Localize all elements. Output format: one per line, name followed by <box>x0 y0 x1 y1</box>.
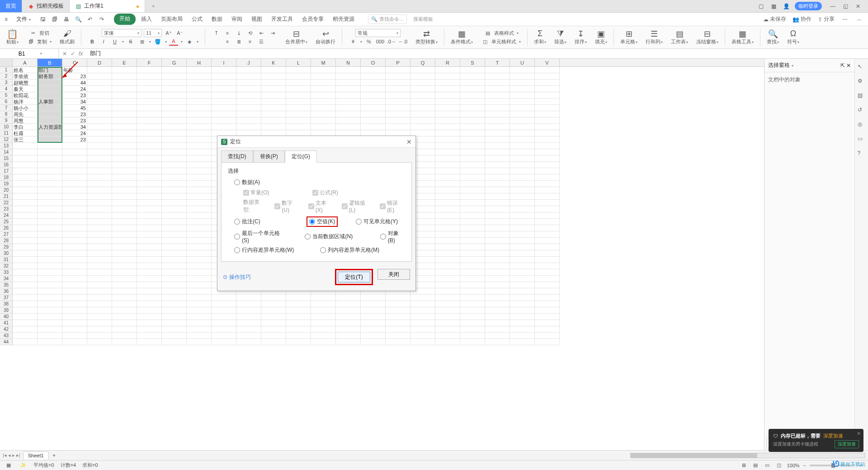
cell-R19[interactable] <box>435 181 460 187</box>
cell-H8[interactable] <box>187 111 212 118</box>
cell-T12[interactable] <box>485 136 510 143</box>
cell-U1[interactable] <box>510 67 535 73</box>
menu-tab-8[interactable]: 会员专享 <box>298 14 327 25</box>
cell-M5[interactable] <box>311 92 336 99</box>
cell-B10[interactable]: 人力资源部 <box>38 124 62 130</box>
cell-S41[interactable] <box>460 320 485 326</box>
cell-B15[interactable] <box>38 155 62 162</box>
cell-U41[interactable] <box>510 320 535 326</box>
cell-D29[interactable] <box>87 244 112 250</box>
cell-F13[interactable] <box>137 143 162 149</box>
cell-H39[interactable] <box>187 307 212 314</box>
cell-K38[interactable] <box>261 301 286 307</box>
dialog-tab-goto[interactable]: 定位(G) <box>285 150 317 163</box>
cell-R26[interactable] <box>435 225 460 231</box>
cell-M4[interactable] <box>311 86 336 92</box>
status-ai-icon[interactable]: ✨ <box>19 461 27 470</box>
row-header-42[interactable]: 42 <box>0 326 13 333</box>
cell-S11[interactable] <box>460 130 485 136</box>
cell-I4[interactable] <box>212 86 236 92</box>
cell-H31[interactable] <box>187 257 212 263</box>
cell-R29[interactable] <box>435 244 460 250</box>
cell-G41[interactable] <box>162 320 187 326</box>
cell-B16[interactable] <box>38 162 62 168</box>
menu-tab-5[interactable]: 审阅 <box>228 14 246 25</box>
cell-F37[interactable] <box>137 295 162 301</box>
cell-V41[interactable] <box>535 320 560 326</box>
cell-H25[interactable] <box>187 219 212 225</box>
cell-B44[interactable] <box>38 339 62 345</box>
cell-T22[interactable] <box>485 200 510 206</box>
cell-D34[interactable] <box>87 276 112 282</box>
row-header-25[interactable]: 25 <box>0 219 13 225</box>
cell-P39[interactable] <box>386 307 410 314</box>
cell-E36[interactable] <box>112 288 137 295</box>
row-header-4[interactable]: 4 <box>0 86 13 92</box>
cell-H18[interactable] <box>187 174 212 181</box>
cell-H42[interactable] <box>187 326 212 333</box>
cell-F25[interactable] <box>137 219 162 225</box>
cell-I41[interactable] <box>212 320 236 326</box>
cell-V1[interactable] <box>535 67 560 73</box>
cell-D10[interactable] <box>87 124 112 130</box>
cell-J2[interactable] <box>236 73 261 80</box>
cell-F32[interactable] <box>137 263 162 269</box>
cell-C1[interactable]: 年龄 <box>62 67 87 73</box>
cell-T1[interactable] <box>485 67 510 73</box>
side-settings-icon[interactable]: ⚙ <box>858 78 866 86</box>
worksheet-button[interactable]: ▤工作表▾ <box>669 30 690 45</box>
cell-E25[interactable] <box>112 219 137 225</box>
cell-C37[interactable] <box>62 295 87 301</box>
cell-D33[interactable] <box>87 269 112 276</box>
row-header-41[interactable]: 41 <box>0 320 13 326</box>
cell-C12[interactable]: 23 <box>62 136 87 143</box>
cell-A34[interactable] <box>13 276 38 282</box>
cell-U23[interactable] <box>510 206 535 212</box>
cell-T40[interactable] <box>485 314 510 320</box>
row-header-26[interactable]: 26 <box>0 225 13 231</box>
cell-R28[interactable] <box>435 238 460 244</box>
cell-D39[interactable] <box>87 307 112 314</box>
merge-button[interactable]: ⊟合并居中▾ <box>283 30 309 45</box>
cell-U38[interactable] <box>510 301 535 307</box>
cell-U16[interactable] <box>510 162 535 168</box>
search-command-input[interactable]: 🔍 查找命令... <box>368 14 406 24</box>
cell-G38[interactable] <box>162 301 187 307</box>
cell-P4[interactable] <box>386 86 410 92</box>
cell-Q6[interactable] <box>410 99 435 105</box>
cell-D28[interactable] <box>87 238 112 244</box>
row-header-38[interactable]: 38 <box>0 301 13 307</box>
cell-V35[interactable] <box>535 282 560 288</box>
row-header-18[interactable]: 18 <box>0 174 13 181</box>
cell-F33[interactable] <box>137 269 162 276</box>
cell-C34[interactable] <box>62 276 87 282</box>
cell-F17[interactable] <box>137 168 162 174</box>
cell-E40[interactable] <box>112 314 137 320</box>
cell-S40[interactable] <box>460 314 485 320</box>
tab-templates[interactable]: ◆ 找稻壳模板 <box>22 0 70 12</box>
cell-C24[interactable] <box>62 212 87 219</box>
strike-icon[interactable]: S <box>126 38 135 46</box>
cell-V7[interactable] <box>535 105 560 111</box>
cell-N9[interactable] <box>336 118 361 124</box>
cell-C28[interactable] <box>62 238 87 244</box>
cell-G25[interactable] <box>162 219 187 225</box>
cell-N4[interactable] <box>336 86 361 92</box>
cell-P2[interactable] <box>386 73 410 80</box>
cell-V23[interactable] <box>535 206 560 212</box>
cell-M9[interactable] <box>311 118 336 124</box>
col-header-K[interactable]: K <box>261 59 286 66</box>
cell-D22[interactable] <box>87 200 112 206</box>
cell-H28[interactable] <box>187 238 212 244</box>
cell-H9[interactable] <box>187 118 212 124</box>
cell-T28[interactable] <box>485 238 510 244</box>
view-page-icon[interactable]: ▤ <box>751 461 760 470</box>
cell-A42[interactable] <box>13 326 38 333</box>
cell-B13[interactable] <box>38 143 62 149</box>
cell-F9[interactable] <box>137 118 162 124</box>
cell-R16[interactable] <box>435 162 460 168</box>
row-header-12[interactable]: 12 <box>0 136 13 143</box>
cell-S37[interactable] <box>460 295 485 301</box>
col-header-I[interactable]: I <box>212 59 236 66</box>
cell-G17[interactable] <box>162 168 187 174</box>
